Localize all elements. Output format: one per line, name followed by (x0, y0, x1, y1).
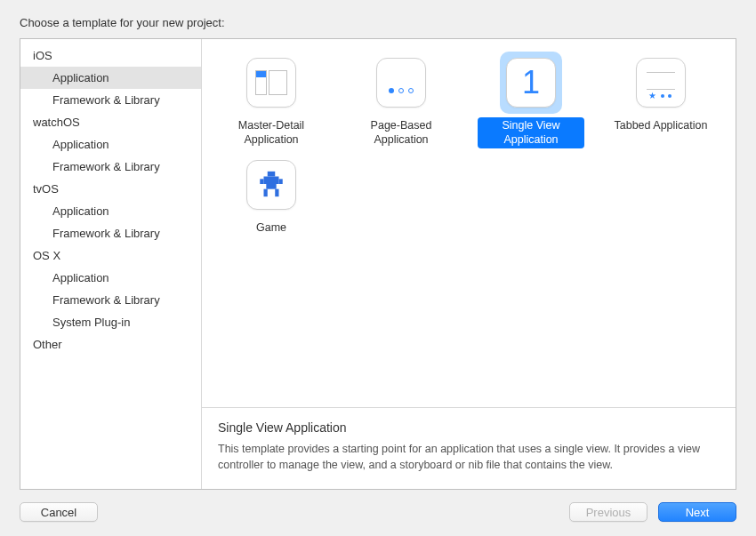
sidebar-category-osx[interactable]: OS X (20, 244, 201, 267)
sidebar-item-ios-framework-library[interactable]: Framework & Library (20, 89, 201, 111)
svg-rect-5 (264, 188, 268, 196)
sidebar-category-watchos[interactable]: watchOS (20, 111, 201, 133)
main-panel: Master-Detail Application Page-Based App… (202, 39, 736, 489)
template-page-based-application[interactable]: Page-Based Application (341, 52, 462, 148)
cancel-button[interactable]: Cancel (20, 502, 98, 522)
game-icon (246, 160, 296, 210)
master-detail-icon (246, 58, 296, 108)
sidebar-item-osx-application[interactable]: Application (20, 267, 201, 289)
description-title: Single View Application (218, 420, 720, 435)
description-panel: Single View Application This template pr… (202, 407, 736, 489)
sidebar-category-tvos[interactable]: tvOS (20, 178, 201, 200)
template-single-view-application[interactable]: 1 Single View Application (470, 52, 591, 148)
svg-rect-2 (260, 179, 263, 184)
sidebar-item-watchos-framework-library[interactable]: Framework & Library (20, 156, 201, 178)
description-body: This template provides a starting point … (218, 442, 720, 473)
button-bar: Cancel Previous Next (20, 502, 736, 525)
previous-button[interactable]: Previous (569, 502, 647, 522)
svg-rect-1 (264, 176, 279, 184)
sidebar-category-ios[interactable]: iOS (20, 44, 201, 67)
svg-rect-0 (268, 172, 276, 177)
template-master-detail-application[interactable]: Master-Detail Application (211, 52, 332, 148)
tabbed-icon: ★ (636, 58, 686, 108)
svg-rect-3 (279, 179, 283, 184)
single-view-icon: 1 (506, 58, 556, 108)
svg-rect-4 (266, 184, 276, 189)
sidebar-item-osx-system-plugin[interactable]: System Plug-in (20, 311, 201, 333)
template-game[interactable]: Game (211, 154, 332, 237)
dialog-title: Choose a template for your new project: (20, 16, 736, 29)
sidebar-item-ios-application[interactable]: Application (20, 67, 201, 89)
svg-rect-6 (275, 188, 278, 196)
sidebar: iOS Application Framework & Library watc… (20, 39, 202, 489)
sidebar-category-other[interactable]: Other (20, 333, 201, 356)
content-box: iOS Application Framework & Library watc… (20, 38, 736, 490)
template-label: Game (251, 220, 292, 237)
page-based-icon (376, 58, 426, 108)
template-label: Master-Detail Application (218, 117, 325, 148)
template-grid: Master-Detail Application Page-Based App… (202, 39, 736, 407)
new-project-template-dialog: Choose a template for your new project: … (0, 0, 756, 536)
sidebar-item-tvos-framework-library[interactable]: Framework & Library (20, 222, 201, 244)
next-button[interactable]: Next (658, 502, 736, 522)
sidebar-item-watchos-application[interactable]: Application (20, 133, 201, 156)
sidebar-item-osx-framework-library[interactable]: Framework & Library (20, 289, 201, 311)
template-tabbed-application[interactable]: ★ Tabbed Application (600, 52, 721, 148)
sidebar-item-tvos-application[interactable]: Application (20, 200, 201, 222)
template-label: Tabbed Application (609, 117, 713, 135)
template-label: Single View Application (478, 117, 584, 148)
template-label: Page-Based Application (348, 117, 454, 148)
